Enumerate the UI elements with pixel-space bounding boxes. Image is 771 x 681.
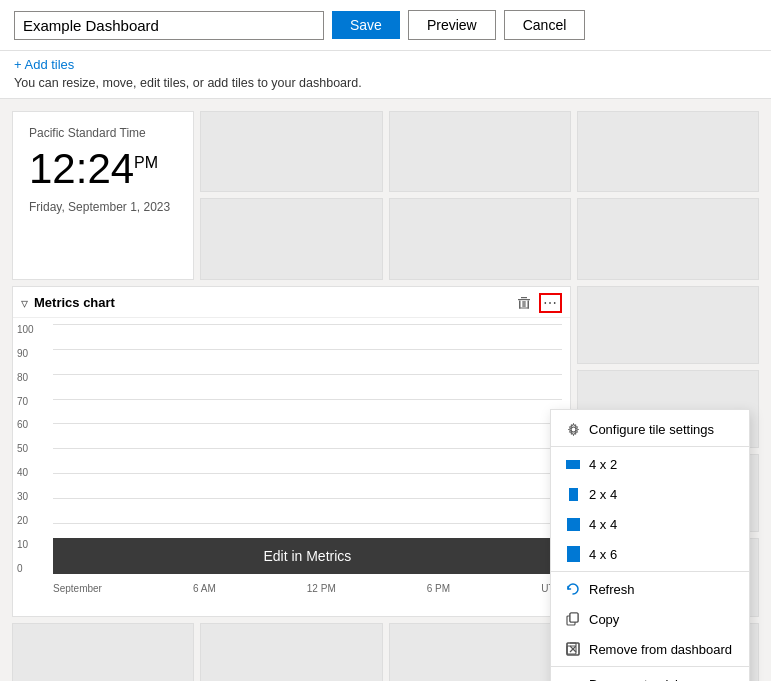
placeholder-tile-4 xyxy=(200,198,382,279)
placeholder-tile-7 xyxy=(577,286,759,364)
menu-divider-2 xyxy=(551,571,749,572)
menu-label-4x2: 4 x 2 xyxy=(589,457,617,472)
x-axis-labels: September 6 AM 12 PM 6 PM UTC xyxy=(53,583,562,594)
y-axis-labels: 100 90 80 70 60 50 40 30 20 10 0 xyxy=(17,324,34,574)
menu-label-4x4: 4 x 4 xyxy=(589,517,617,532)
placeholder-tile-6 xyxy=(577,198,759,279)
menu-item-4x6[interactable]: 4 x 6 xyxy=(551,539,749,569)
menu-item-2x4[interactable]: 2 x 4 xyxy=(551,479,749,509)
menu-label-refresh: Refresh xyxy=(589,582,635,597)
menu-label-2x4: 2 x 4 xyxy=(589,487,617,502)
context-menu: Configure tile settings 4 x 2 2 x 4 4 x … xyxy=(550,409,750,681)
copy-icon xyxy=(565,611,581,627)
grid-line xyxy=(53,473,562,474)
menu-label-done: Done customizing xyxy=(589,677,692,682)
menu-item-refresh[interactable]: Refresh xyxy=(551,574,749,604)
ellipsis-button[interactable]: ⋯ xyxy=(539,293,562,313)
preview-button[interactable]: Preview xyxy=(408,10,496,40)
svg-rect-10 xyxy=(570,613,578,622)
ellipsis-icon: ⋯ xyxy=(543,295,558,311)
menu-item-4x4[interactable]: 4 x 4 xyxy=(551,509,749,539)
clock-timezone: Pacific Standard Time xyxy=(29,126,177,140)
x-label: 12 PM xyxy=(307,583,336,594)
menu-item-copy[interactable]: Copy xyxy=(551,604,749,634)
x-label: 6 PM xyxy=(427,583,450,594)
size-4x2-icon xyxy=(565,456,581,472)
menu-label-configure: Configure tile settings xyxy=(589,422,714,437)
menu-label-4x6: 4 x 6 xyxy=(589,547,617,562)
y-label: 0 xyxy=(17,563,34,574)
chart-grid xyxy=(53,324,562,574)
grid-line xyxy=(53,399,562,400)
bottom-placeholder-2 xyxy=(200,623,382,681)
top-bar: Save Preview Cancel xyxy=(0,0,771,51)
svg-rect-4 xyxy=(519,307,529,308)
cancel-button[interactable]: Cancel xyxy=(504,10,586,40)
x-label: 6 AM xyxy=(193,583,216,594)
delete-tile-button[interactable] xyxy=(513,294,535,312)
menu-item-configure[interactable]: Configure tile settings xyxy=(551,414,749,444)
refresh-icon xyxy=(565,581,581,597)
menu-item-4x2[interactable]: 4 x 2 xyxy=(551,449,749,479)
placeholder-tile-3 xyxy=(577,111,759,192)
menu-item-done[interactable]: Done customizing xyxy=(551,669,749,681)
metrics-header: ▿ Metrics chart ⋯ xyxy=(13,287,570,318)
y-label: 70 xyxy=(17,396,34,407)
y-label: 20 xyxy=(17,515,34,526)
y-label: 60 xyxy=(17,419,34,430)
svg-rect-0 xyxy=(518,299,530,300)
size-4x6-icon xyxy=(565,546,581,562)
edit-in-metrics-button[interactable]: Edit in Metrics xyxy=(53,538,562,574)
svg-rect-2 xyxy=(519,300,521,308)
dashboard-area: Pacific Standard Time 12:24PM Friday, Se… xyxy=(0,99,771,681)
svg-rect-5 xyxy=(522,301,523,307)
chart-area: 100 90 80 70 60 50 40 30 20 10 0 xyxy=(13,318,570,598)
grid-line xyxy=(53,374,562,375)
dashboard-title-input[interactable] xyxy=(14,11,324,40)
metrics-tile: ▿ Metrics chart ⋯ xyxy=(12,286,571,617)
grid-line xyxy=(53,498,562,499)
metrics-actions: ⋯ xyxy=(513,293,562,313)
gear-icon xyxy=(565,421,581,437)
y-label: 40 xyxy=(17,467,34,478)
y-label: 10 xyxy=(17,539,34,550)
size-2x4-icon xyxy=(565,486,581,502)
svg-rect-3 xyxy=(527,300,529,308)
svg-rect-1 xyxy=(521,297,527,298)
svg-point-7 xyxy=(571,427,576,432)
grid-line xyxy=(53,349,562,350)
x-label: September xyxy=(53,583,102,594)
svg-rect-6 xyxy=(524,301,525,307)
remove-icon xyxy=(565,641,581,657)
size-4x4-icon xyxy=(565,516,581,532)
filter-icon: ▿ xyxy=(21,295,28,311)
placeholder-tile-5 xyxy=(389,198,571,279)
clock-time: 12:24PM xyxy=(29,148,177,190)
y-label: 80 xyxy=(17,372,34,383)
clock-tile: Pacific Standard Time 12:24PM Friday, Se… xyxy=(12,111,194,280)
y-label: 90 xyxy=(17,348,34,359)
add-tiles-button[interactable]: + Add tiles xyxy=(14,57,74,72)
menu-label-remove: Remove from dashboard xyxy=(589,642,732,657)
menu-item-remove[interactable]: Remove from dashboard xyxy=(551,634,749,664)
bottom-placeholder-1 xyxy=(12,623,194,681)
metrics-title: Metrics chart xyxy=(34,295,115,310)
help-text: You can resize, move, edit tiles, or add… xyxy=(14,76,757,90)
grid-line xyxy=(53,423,562,424)
sub-bar: + Add tiles You can resize, move, edit t… xyxy=(0,51,771,99)
y-label: 50 xyxy=(17,443,34,454)
placeholder-tile-1 xyxy=(200,111,382,192)
grid-line xyxy=(53,448,562,449)
y-label: 30 xyxy=(17,491,34,502)
save-button[interactable]: Save xyxy=(332,11,400,39)
clock-date: Friday, September 1, 2023 xyxy=(29,200,177,214)
menu-label-copy: Copy xyxy=(589,612,619,627)
done-icon xyxy=(565,676,581,681)
grid-line xyxy=(53,523,562,524)
grid-line xyxy=(53,324,562,325)
bottom-placeholder-3 xyxy=(389,623,571,681)
menu-divider xyxy=(551,446,749,447)
placeholder-tile-2 xyxy=(389,111,571,192)
trash-icon xyxy=(517,296,531,310)
y-label: 100 xyxy=(17,324,34,335)
